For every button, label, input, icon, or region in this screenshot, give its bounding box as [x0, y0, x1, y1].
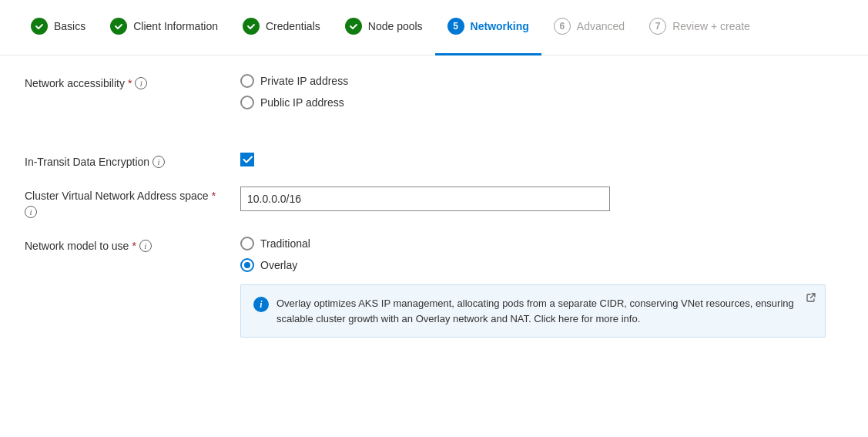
network-model-row: Network model to use * i Traditional Ove…: [25, 237, 843, 338]
radio-traditional-circle: [240, 237, 254, 250]
credentials-badge: [243, 18, 260, 35]
svg-point-2: [245, 20, 257, 32]
wizard-step-client-information[interactable]: Client Information: [98, 0, 230, 55]
in-transit-encryption-info-icon[interactable]: i: [152, 156, 165, 168]
radio-private-ip[interactable]: Private IP address: [240, 74, 843, 88]
networking-label: Networking: [471, 20, 529, 32]
network-accessibility-text: Network accessibility: [25, 77, 125, 89]
in-transit-encryption-checkbox[interactable]: [240, 153, 254, 166]
cluster-vnet-row: Cluster Virtual Network Address space * …: [25, 187, 843, 218]
overlay-info-box: i Overlay optimizes AKS IP management, a…: [240, 284, 826, 338]
radio-public-ip[interactable]: Public IP address: [240, 96, 843, 109]
network-accessibility-label-col: Network accessibility * i: [25, 74, 240, 89]
network-model-label-col: Network model to use * i: [25, 237, 240, 252]
network-model-control: Traditional Overlay i Overlay optimizes …: [240, 237, 843, 338]
review-create-label: Review + create: [672, 20, 750, 32]
advanced-label: Advanced: [577, 20, 625, 32]
network-model-text: Network model to use: [25, 240, 129, 252]
network-accessibility-required: *: [128, 77, 132, 89]
info-box-icon: i: [253, 297, 269, 312]
wizard-step-advanced[interactable]: 6 Advanced: [541, 0, 637, 55]
network-model-label: Network model to use * i: [25, 240, 240, 252]
network-model-radio-group: Traditional Overlay: [240, 237, 843, 272]
cluster-vnet-control: [240, 187, 843, 211]
svg-point-0: [33, 20, 45, 32]
wizard-step-node-pools[interactable]: Node pools: [333, 0, 435, 55]
radio-overlay[interactable]: Overlay: [240, 258, 843, 272]
review-create-badge: 7: [649, 18, 666, 35]
wizard-step-networking[interactable]: 5 Networking: [435, 0, 541, 55]
radio-public-ip-label: Public IP address: [260, 96, 344, 109]
network-model-required: *: [132, 240, 136, 252]
info-box-text: Overlay optimizes AKS IP management, all…: [276, 296, 813, 326]
radio-overlay-circle: [240, 258, 254, 272]
network-accessibility-radio-group: Private IP address Public IP address: [240, 74, 843, 109]
network-accessibility-info-icon[interactable]: i: [135, 77, 147, 89]
wizard-step-credentials[interactable]: Credentials: [230, 0, 333, 55]
radio-public-ip-circle: [240, 96, 254, 109]
network-model-info-icon[interactable]: i: [139, 240, 152, 252]
svg-point-3: [347, 20, 360, 32]
cluster-vnet-input[interactable]: [240, 187, 610, 211]
main-content: Network accessibility * i Private IP add…: [0, 55, 868, 375]
in-transit-encryption-text: In-Transit Data Encryption: [25, 156, 149, 168]
node-pools-label: Node pools: [368, 20, 423, 32]
network-accessibility-control: Private IP address Public IP address: [240, 74, 843, 109]
basics-badge: [31, 18, 48, 35]
in-transit-encryption-row: In-Transit Data Encryption i: [25, 153, 843, 168]
in-transit-encryption-label: In-Transit Data Encryption i: [25, 156, 240, 168]
basics-label: Basics: [54, 20, 85, 32]
advanced-badge: 6: [554, 18, 571, 35]
cluster-vnet-required: *: [212, 190, 216, 202]
network-accessibility-label: Network accessibility * i: [25, 77, 240, 89]
cluster-vnet-text: Cluster Virtual Network Address space: [25, 190, 209, 202]
wizard-step-review-create[interactable]: 7 Review + create: [637, 0, 762, 55]
in-transit-encryption-label-col: In-Transit Data Encryption i: [25, 153, 240, 168]
cluster-vnet-info-icon[interactable]: i: [25, 206, 37, 218]
credentials-label: Credentials: [266, 20, 320, 32]
wizard-step-basics[interactable]: Basics: [18, 0, 98, 55]
cluster-vnet-label: Cluster Virtual Network Address space * …: [25, 190, 240, 218]
external-link-icon[interactable]: [806, 293, 816, 304]
cluster-vnet-label-col: Cluster Virtual Network Address space * …: [25, 187, 240, 218]
in-transit-encryption-control: [240, 153, 843, 166]
radio-private-ip-circle: [240, 74, 254, 88]
radio-traditional[interactable]: Traditional: [240, 237, 843, 250]
client-info-badge: [110, 18, 127, 35]
radio-overlay-label: Overlay: [260, 259, 297, 271]
radio-private-ip-label: Private IP address: [260, 75, 348, 87]
node-pools-badge: [345, 18, 362, 35]
wizard-navigation: Basics Client Information Credentials: [0, 0, 868, 55]
svg-point-1: [112, 20, 125, 32]
networking-badge: 5: [447, 18, 464, 35]
client-info-label: Client Information: [133, 20, 218, 32]
radio-traditional-label: Traditional: [260, 237, 310, 250]
network-accessibility-row: Network accessibility * i Private IP add…: [25, 74, 843, 109]
